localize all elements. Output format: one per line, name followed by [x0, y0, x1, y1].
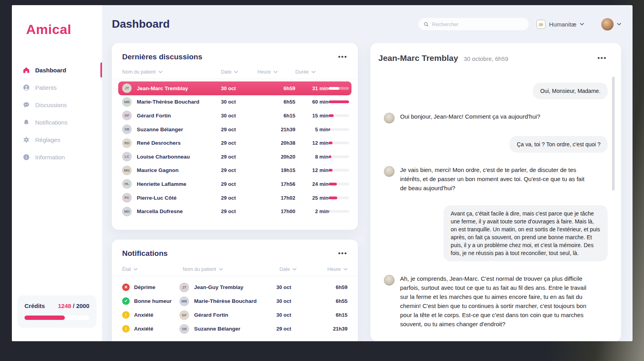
search-input[interactable]: [432, 21, 523, 27]
sidebar-item-label: Discussions: [35, 102, 67, 108]
notification-time: 6h15: [336, 312, 347, 318]
sort-chevron-icon: [219, 268, 223, 270]
sidebar: Amical DashboardPatientsDiscussionsNotif…: [12, 5, 102, 341]
table-row[interactable]: MBMarie-Thérèse Bouchard30 oct6h5560 min: [119, 95, 351, 109]
notification-time: 6h59: [336, 284, 347, 290]
avatar: SB: [122, 125, 132, 134]
more-options-icon[interactable]: •••: [338, 55, 347, 59]
table-row[interactable]: MDMarcella Dufresne29 oct17h002 min: [119, 204, 351, 218]
patient-name: Suzanne Bélanger: [194, 326, 240, 332]
discussion-time: 6h15: [283, 113, 295, 119]
sidebar-item-reglages[interactable]: Réglages: [12, 133, 102, 146]
column-header-date[interactable]: Date: [221, 69, 238, 75]
patient-cell: MGMaurice Gagnon: [122, 166, 221, 175]
patient-cell: MBMarie-Thérèse Bouchard: [122, 97, 221, 107]
notification-time: 6h55: [336, 298, 347, 304]
discussions-rows: JTJean-Marc Tremblay30 oct6h5931 minMBMa…: [112, 79, 358, 218]
duration-bar-cell: [329, 128, 349, 131]
column-header-date[interactable]: Date: [280, 266, 317, 272]
avatar: RD: [122, 138, 132, 148]
duration-bar-track: [329, 100, 349, 103]
table-row[interactable]: RDRené Desrochers29 oct20h3812 min: [119, 136, 351, 150]
table-row[interactable]: SBSuzanne Bélanger29 oct21h395 min: [119, 123, 351, 136]
more-options-icon[interactable]: •••: [338, 251, 347, 255]
patient-cell: JTJean-Guy Tremblay: [179, 283, 276, 292]
discussion-duration: 60 min: [312, 99, 329, 105]
user-menu[interactable]: [601, 18, 621, 30]
search-bar[interactable]: [418, 17, 529, 31]
discussion-duration: 8 min: [315, 154, 329, 160]
patient-name: Marie-Thérèse Bouchard: [194, 298, 257, 304]
column-header-status[interactable]: État: [122, 266, 183, 272]
table-row[interactable]: GFGérard Fortin30 oct6h1515 min: [119, 109, 351, 123]
notification-row[interactable]: ✕DéprimeJTJean-Guy Tremblay30 oct6h59: [119, 280, 351, 294]
discussions-column-headers: Nom du patient Date Heure Durée: [112, 61, 358, 79]
column-header-time[interactable]: Heure: [257, 69, 278, 75]
status-label: Anxiété: [134, 312, 153, 318]
language-name: Humanitæ: [549, 21, 576, 28]
avatar: HL: [122, 179, 132, 189]
duration-bar-fill: [329, 210, 329, 213]
column-header-time[interactable]: Heure: [327, 266, 347, 272]
credits-progress-fill: [25, 316, 65, 320]
discussion-date: 30 oct: [221, 113, 257, 119]
patient-cell: PCPierre-Luc Côté: [122, 193, 221, 202]
duration-bar-cell: [329, 169, 349, 172]
language-selector[interactable]: æ Humanitæ: [536, 20, 584, 29]
chevron-down-icon: [580, 23, 584, 25]
chat-text: Oui bonjour, Jean-Marc! Comment ça va au…: [400, 112, 540, 121]
patient-cell: HLHenriette Laflamme: [122, 179, 221, 189]
notification-row[interactable]: !AnxiétéGFGérard Fortin30 oct6h15: [119, 308, 351, 322]
status-cell: ✓Bonne humeur: [122, 297, 179, 305]
discussion-date: 29 oct: [221, 181, 257, 187]
discussion-time: 19h15: [281, 167, 295, 173]
status-negative-icon: ✕: [122, 284, 130, 291]
sidebar-item-patients[interactable]: Patients: [12, 81, 102, 94]
discussions-card: Dernières discussions ••• Nom du patient…: [112, 43, 358, 230]
credits-progress-track: [25, 316, 89, 320]
duration-bar-cell: [329, 100, 349, 103]
patient-name: Henriette Laflamme: [137, 181, 186, 187]
column-header-name[interactable]: Nom du patient: [183, 266, 280, 272]
sidebar-item-information[interactable]: Information: [12, 150, 102, 164]
chat-message-assistant: Je vais bien, merci! Mon ordre, c'est de…: [384, 165, 608, 193]
duration-bar-cell: [329, 142, 349, 144]
sidebar-item-dashboard[interactable]: Dashboard: [12, 63, 102, 77]
notification-row[interactable]: ✓Bonne humeurMBMarie-Thérèse Bouchard30 …: [119, 294, 351, 308]
discussion-time: 6h55: [283, 99, 295, 105]
home-icon: [23, 67, 30, 74]
more-options-icon[interactable]: •••: [597, 56, 607, 60]
assistant-avatar: [384, 166, 395, 177]
chat-datetime: 30 octobre, 6h59: [464, 55, 508, 62]
chat-messages: Oui, Monsieur, Madame.Oui bonjour, Jean-…: [370, 63, 621, 329]
active-indicator: [100, 62, 102, 77]
patient-cell: RDRené Desrochers: [122, 138, 221, 148]
discussions-title: Dernières discussions: [122, 53, 202, 61]
table-row[interactable]: JTJean-Marc Tremblay30 oct6h5931 min: [118, 81, 351, 95]
column-header-duration[interactable]: Durée: [295, 69, 315, 75]
column-header-name[interactable]: Nom du patient: [122, 69, 221, 75]
chat-text: Ah, je comprends, Jean-Marc. C'est norma…: [400, 274, 589, 329]
duration-bar-cell: [329, 114, 349, 117]
discussion-date: 29 oct: [221, 127, 257, 132]
status-cell: ✕Déprime: [122, 284, 179, 291]
patient-name: Gérard Fortin: [194, 312, 228, 318]
discussion-duration: 24 min: [312, 181, 329, 187]
notifications-card: Notifications ••• État Nom du patient Da…: [112, 240, 358, 341]
status-cell: !Anxiété: [122, 325, 179, 333]
table-row[interactable]: HLHenriette Laflamme29 oct17h5624 min: [119, 177, 351, 191]
notification-date: 29 oct: [276, 326, 314, 332]
sidebar-item-notifications[interactable]: Notifications: [12, 115, 102, 129]
avatar: MD: [122, 207, 132, 216]
sidebar-item-label: Notifications: [35, 119, 68, 126]
chat-scrollbar[interactable]: [612, 77, 615, 191]
discussion-date: 29 oct: [221, 195, 257, 201]
table-row[interactable]: PCPierre-Luc Côté29 oct17h0225 min: [119, 191, 351, 205]
sidebar-item-discussions[interactable]: Discussions: [12, 98, 102, 112]
discussion-date: 29 oct: [221, 167, 257, 173]
notification-row[interactable]: !AnxiétéSBSuzanne Bélanger29 oct21h39: [119, 322, 351, 336]
discussion-time: 20h38: [281, 140, 295, 146]
app-window: Amical DashboardPatientsDiscussionsNotif…: [12, 5, 633, 341]
table-row[interactable]: LCLouise Charbonneau29 oct20h208 min: [119, 150, 351, 164]
table-row[interactable]: MGMaurice Gagnon29 oct19h1512 min: [119, 164, 351, 178]
